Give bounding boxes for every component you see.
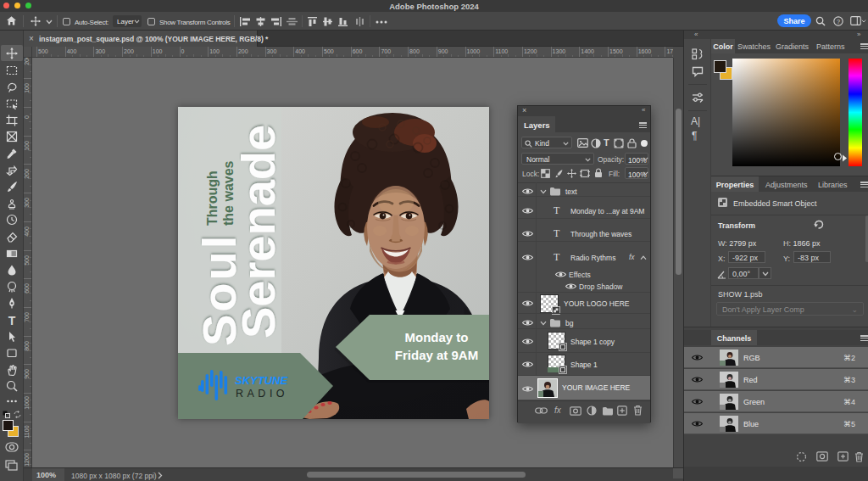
svg-text:T: T — [8, 314, 16, 326]
svg-text:?: ? — [837, 18, 840, 25]
svg-text:Monday to: Monday to — [405, 330, 469, 344]
svg-text:Serenade: Serenade — [231, 125, 285, 338]
svg-text:RADIO: RADIO — [236, 388, 288, 400]
svg-text:Friday at 9AM: Friday at 9AM — [395, 348, 478, 362]
svg-text:SKYTUNE: SKYTUNE — [235, 374, 287, 387]
svg-text:Through: Through — [205, 171, 220, 226]
